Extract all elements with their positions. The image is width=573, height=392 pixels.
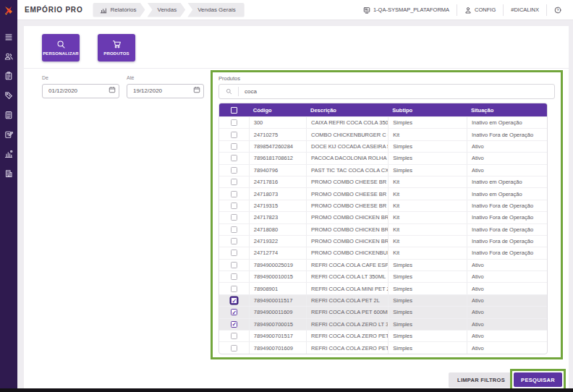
column-header-situacao: Situação <box>467 103 547 116</box>
row-checkbox[interactable] <box>231 333 237 339</box>
row-checkbox[interactable] <box>231 250 237 256</box>
row-checkbox[interactable] <box>231 167 237 174</box>
row-checkbox[interactable] <box>231 238 237 244</box>
produtos-button[interactable]: PRODUTOS <box>98 34 135 61</box>
environment-selector[interactable]: 1-QA-SYSMAP_PLATAFORMA <box>356 4 457 16</box>
row-checkbox[interactable] <box>231 214 237 221</box>
limpar-filtros-button[interactable]: LIMPAR FILTROS <box>449 372 514 388</box>
cell-descricao: REFRI COCA COLA ZERO PET 2L <box>306 331 388 341</box>
cell-descricao: REFRI COCA COLA ZERO LT 350ML <box>306 319 388 330</box>
select-all-checkbox[interactable] <box>231 107 237 114</box>
sidebar-item-clipboard[interactable] <box>4 72 13 80</box>
row-checkbox[interactable] <box>231 345 237 351</box>
cell-subtipo: Kit <box>388 188 467 199</box>
breadcrumb-item[interactable]: Vendas Gerais <box>187 3 244 17</box>
table-row[interactable]: 24717816PROMO COMBO CHEESE BR MANL..KitI… <box>219 176 547 187</box>
table-row[interactable]: 7894900701609REFRI COCA COLA ZERO PET 60… <box>219 341 547 353</box>
date-to-label: Até <box>127 75 204 80</box>
cell-codigo: 24719315 <box>249 200 306 211</box>
date-to-input[interactable] <box>127 84 204 98</box>
cell-situacao: Inativo em Operação <box>467 188 547 199</box>
cart-icon <box>112 40 122 49</box>
personalizar-button-label: PERSONALIZAR <box>43 51 79 56</box>
cell-subtipo: Simples <box>388 117 467 128</box>
cell-codigo: 24718080 <box>249 224 306 235</box>
personalizar-button[interactable]: PERSONALIZAR <box>42 34 80 61</box>
flame-icon <box>4 4 14 16</box>
sidebar-item-company[interactable] <box>4 169 13 178</box>
table-row[interactable]: 7898547260284DOCE KIJ COCADA CASEIRA 55G… <box>219 140 547 152</box>
dicalinx-link[interactable]: #DICALINX <box>503 4 546 16</box>
cell-subtipo: Kit <box>388 176 467 187</box>
app-logo[interactable] <box>0 0 17 20</box>
table-row[interactable]: 7894900011609REFRI COCA COLA PET 600MLSi… <box>219 306 547 318</box>
row-checkbox[interactable] <box>231 262 237 268</box>
row-checkbox[interactable] <box>231 286 237 292</box>
calendar-icon[interactable] <box>193 86 200 93</box>
row-checkbox[interactable] <box>231 191 237 197</box>
sidebar-item-menu[interactable] <box>4 33 13 41</box>
sidebar-item-documents[interactable] <box>4 130 13 139</box>
cell-codigo: 7896181708612 <box>249 153 306 163</box>
row-checkbox[interactable] <box>231 321 237 328</box>
cell-subtipo: Simples <box>388 331 467 341</box>
products-search-input[interactable] <box>239 88 554 95</box>
cell-codigo: 24717816 <box>249 176 306 187</box>
cell-descricao: PROMO COMBO CHEESE BR MANL.. <box>306 176 388 187</box>
table-row[interactable]: 24718073PROMO COMBO CHEESE BR MANL..KitI… <box>219 187 547 199</box>
row-checkbox[interactable] <box>231 155 237 161</box>
sidebar-item-users[interactable] <box>4 52 13 61</box>
row-checkbox[interactable] <box>231 309 237 315</box>
cell-subtipo: Simples <box>388 260 467 270</box>
calendar-icon[interactable] <box>109 86 116 93</box>
terminal-icon <box>363 7 370 14</box>
row-checkbox[interactable] <box>231 143 237 150</box>
row-checkbox[interactable] <box>231 203 237 209</box>
row-checkbox[interactable] <box>231 297 237 304</box>
topbar-right: 1-QA-SYSMAP_PLATAFORMACONFIG#DICALINX? <box>356 0 569 20</box>
sidebar-item-reports[interactable] <box>4 150 13 158</box>
row-checkbox[interactable] <box>231 273 237 280</box>
cell-codigo: 7894900700015 <box>249 319 306 330</box>
products-panel: Produtos Código Descrição <box>211 70 563 359</box>
row-checkbox[interactable] <box>231 119 237 126</box>
cell-codigo: 7894900025019 <box>249 260 306 270</box>
cell-codigo: 78940796 <box>249 165 306 176</box>
table-row[interactable]: 24718080PROMO COMBO CHICKEN BR MANL..Kit… <box>219 223 547 235</box>
table-row[interactable]: 78908901REFRI COCA COLA MINI PET 200MLSi… <box>219 282 547 294</box>
table-row[interactable]: 7894900010015REFRI COCA COLA LT 350MLSim… <box>219 270 547 282</box>
table-row[interactable]: 24719322PROMO COMBO CHICKEN BR MANL..Kit… <box>219 235 547 247</box>
breadcrumb-item[interactable]: Vendas <box>148 3 186 17</box>
cell-codigo: 78908901 <box>249 283 306 294</box>
table-row[interactable]: 24719315PROMO COMBO CHEESE BR MANL..KitI… <box>219 200 547 211</box>
pesquisar-button[interactable]: PESQUISAR <box>514 372 562 387</box>
table-row[interactable]: 24710275COMBO CHICKENBURGER C COCA ...Ki… <box>219 128 547 140</box>
row-checkbox[interactable] <box>231 226 237 233</box>
cell-subtipo: Kit <box>388 236 467 247</box>
table-row[interactable]: 300CAIXA REFRI COCA COLA 350MLSimplesIna… <box>219 116 547 128</box>
cell-subtipo: Simples <box>388 271 467 282</box>
environment-selector-label: 1-QA-SYSMAP_PLATAFORMA <box>373 7 449 13</box>
table-row[interactable]: 78940796PAST TIC TAC COCA COLA CX 16GSim… <box>219 164 547 176</box>
table-row[interactable]: 7894900025019REFRI COCA COLA CAFE ESPRES… <box>219 259 547 270</box>
sidebar-item-register[interactable] <box>4 111 13 119</box>
cell-situacao: Ativo <box>467 260 547 270</box>
table-row[interactable]: 7894900700015REFRI COCA COLA ZERO LT 350… <box>219 318 547 330</box>
config-menu[interactable]: CONFIG <box>457 4 503 16</box>
cell-situacao: Inativo Fora de Operação <box>467 236 547 247</box>
breadcrumb-item[interactable]: Relatórios <box>93 3 145 17</box>
row-checkbox[interactable] <box>231 179 237 185</box>
table-row[interactable]: 7894900701517REFRI COCA COLA ZERO PET 2L… <box>219 330 547 341</box>
table-row[interactable]: 24712774PROMO COMBO CHICKENBURGUE..KitIn… <box>219 247 547 258</box>
cell-situacao: Inativo Fora de Operação <box>467 200 547 211</box>
sidebar-item-tags[interactable] <box>4 91 13 100</box>
app-window: EMPÓRIO PRO RelatóriosVendasVendas Gerai… <box>0 0 573 392</box>
cell-situacao: Ativo <box>467 342 547 353</box>
table-row[interactable]: 7894900011517REFRI COCA COLA PET 2LSimpl… <box>219 294 547 306</box>
help-icon: ? <box>554 7 561 14</box>
table-row[interactable]: 24717823PROMO COMBO CHICKEN BR MANL..Kit… <box>219 211 547 223</box>
help-button[interactable]: ? <box>546 4 569 16</box>
date-from-input[interactable] <box>42 84 119 98</box>
row-checkbox[interactable] <box>231 132 237 138</box>
table-row[interactable]: 7896181708612PACOCA DACOLONIA ROLHA 20GS… <box>219 152 547 163</box>
